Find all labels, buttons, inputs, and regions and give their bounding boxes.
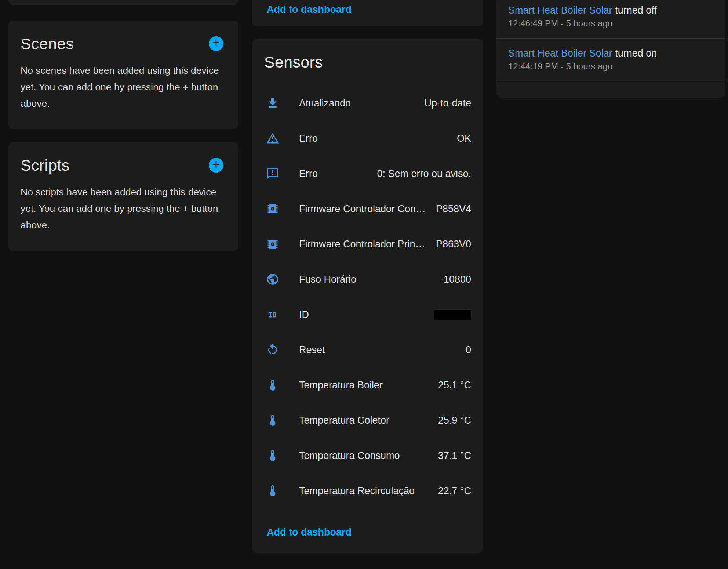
download-icon <box>266 97 279 110</box>
sensor-row-firmware-controlador-consumo[interactable]: Firmware Controlador Con… P858V4 <box>252 191 483 226</box>
logbook-entry-text: Smart Heat Boiler Solar turned on <box>508 47 714 60</box>
sensor-name: Firmware Controlador Con… <box>299 203 426 215</box>
logbook-action: turned off <box>615 5 657 16</box>
add-to-dashboard-link[interactable]: Add to dashboard <box>267 4 352 15</box>
sensor-value: 22.7 °C <box>431 485 471 497</box>
sensor-value: 0: Sem erro ou aviso. <box>370 168 471 180</box>
sensor-name: Erro <box>299 168 318 180</box>
sensor-value: P858V4 <box>429 203 471 215</box>
logbook-timestamp: 12:44:19 PM - 5 hours ago <box>508 60 714 73</box>
thermometer-icon <box>266 378 279 392</box>
sensor-name: Temperatura Coletor <box>299 415 389 426</box>
thermometer-icon <box>266 449 279 462</box>
scenes-card-header: Scenes + <box>8 21 238 53</box>
logbook-action: turned on <box>615 48 657 59</box>
sensor-value: P863V0 <box>429 239 471 250</box>
sensor-row-id[interactable]: ID <box>252 297 483 332</box>
thermometer-icon <box>266 484 279 497</box>
scenes-title: Scenes <box>21 35 74 53</box>
sensors-card: Sensors Atualizando Up-to-date Erro OK <box>252 39 483 553</box>
sensors-card-footer: Add to dashboard <box>252 508 483 552</box>
sensor-value: 25.1 °C <box>431 380 471 391</box>
card-partial-top-middle: Add to dashboard <box>252 0 483 26</box>
sensor-value: OK <box>449 133 471 144</box>
add-script-button[interactable]: + <box>209 158 223 173</box>
sensor-name: Temperatura Consumo <box>299 450 400 461</box>
scripts-card-header: Scripts + <box>8 142 238 174</box>
sensor-name: Atualizando <box>299 98 351 109</box>
sensors-title: Sensors <box>264 53 323 71</box>
sensor-value: 25.9 °C <box>431 415 471 426</box>
sensor-name: Temperatura Boiler <box>299 380 383 391</box>
sensor-row-erro-message[interactable]: Erro 0: Sem erro ou aviso. <box>252 156 483 191</box>
chip-icon <box>266 238 279 251</box>
logbook-entry-text: Smart Heat Boiler Solar turned off <box>508 4 714 17</box>
alert-outline-icon <box>266 132 279 145</box>
sensor-value: -10800 <box>433 274 471 285</box>
logbook-entry: Smart Heat Boiler Solar turned on 12:44:… <box>496 39 725 81</box>
sensor-row-temperatura-boiler[interactable]: Temperatura Boiler 25.1 °C <box>252 367 483 403</box>
scripts-title: Scripts <box>21 156 70 174</box>
sensor-name: Fuso Horário <box>299 274 356 285</box>
logbook-card: Smart Heat Boiler Solar turned off 12:46… <box>496 0 725 98</box>
sensor-row-reset[interactable]: Reset 0 <box>252 332 483 367</box>
sensor-name: Temperatura Recirculação <box>299 485 415 497</box>
logbook-entry: Smart Heat Boiler Solar turned off 12:46… <box>496 0 725 39</box>
entity-link[interactable]: Smart Heat Boiler Solar <box>508 48 612 59</box>
add-to-dashboard-link[interactable]: Add to dashboard <box>267 527 352 538</box>
entity-link[interactable]: Smart Heat Boiler Solar <box>508 5 612 16</box>
scripts-card: Scripts + No scripts have been added usi… <box>8 142 238 251</box>
sensor-value: Up-to-date <box>417 98 471 109</box>
sensor-value: 0 <box>458 344 471 356</box>
scenes-empty-text: No scenes have been added using this dev… <box>8 62 238 112</box>
card-partial-top-left <box>8 0 238 5</box>
sensor-row-fuso-horario[interactable]: Fuso Horário -10800 <box>252 262 483 297</box>
sensor-row-temperatura-consumo[interactable]: Temperatura Consumo 37.1 °C <box>252 438 483 473</box>
redacted-id-box <box>434 310 471 320</box>
earth-icon <box>266 273 279 286</box>
sensor-name: Reset <box>299 344 325 356</box>
sensor-row-atualizando[interactable]: Atualizando Up-to-date <box>252 86 483 121</box>
plus-icon: + <box>212 36 220 50</box>
scripts-empty-text: No scripts have been added using this de… <box>8 184 238 233</box>
message-alert-icon <box>266 167 279 180</box>
sensor-row-firmware-controlador-principal[interactable]: Firmware Controlador Prin… P863V0 <box>252 226 483 262</box>
sensor-name: Firmware Controlador Prin… <box>299 239 425 250</box>
sensor-row-erro-status[interactable]: Erro OK <box>252 121 483 156</box>
logbook-timestamp: 12:46:49 PM - 5 hours ago <box>508 17 714 30</box>
sensor-name: Erro <box>299 133 318 144</box>
sensor-name: ID <box>299 309 309 320</box>
add-scene-button[interactable]: + <box>209 36 223 51</box>
chip-icon <box>266 202 279 215</box>
sensor-list: Atualizando Up-to-date Erro OK Erro 0: S… <box>252 86 483 508</box>
sensor-row-temperatura-recirculacao[interactable]: Temperatura Recirculação 22.7 °C <box>252 473 483 508</box>
plus-icon: + <box>212 158 220 171</box>
sensors-card-header: Sensors <box>252 39 483 71</box>
restart-icon <box>266 343 279 356</box>
sensor-row-temperatura-coletor[interactable]: Temperatura Coletor 25.9 °C <box>252 403 483 438</box>
scenes-card: Scenes + No scenes have been added using… <box>8 21 238 129</box>
sensor-value-redacted <box>427 309 471 320</box>
sensor-value: 37.1 °C <box>431 450 471 461</box>
device-page: Scenes + No scenes have been added using… <box>0 0 728 569</box>
thermometer-icon <box>266 414 279 427</box>
identifier-icon <box>266 308 279 321</box>
